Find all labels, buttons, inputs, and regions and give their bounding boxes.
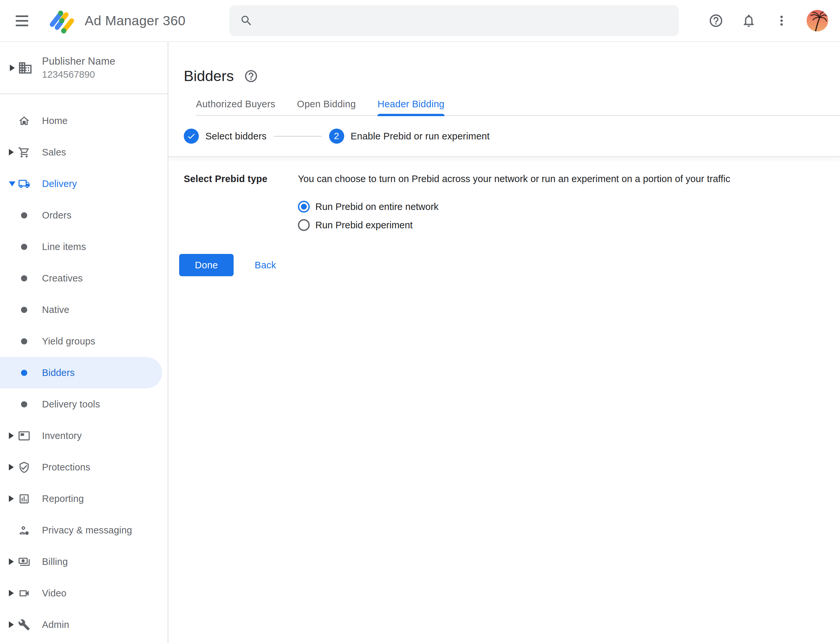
checkmark-icon	[187, 132, 196, 141]
tab-authorized-buyers[interactable]: Authorized Buyers	[196, 93, 275, 116]
sidebar-item-label: Bidders	[42, 367, 75, 378]
sidebar-item-video[interactable]: Video	[0, 578, 168, 609]
ad-manager-logo-icon	[49, 7, 76, 34]
sidebar-item-billing[interactable]: Billing	[0, 546, 168, 578]
sidebar-item-yield-groups[interactable]: Yield groups	[0, 325, 168, 357]
sidebar-item-label: Video	[42, 588, 67, 599]
bullet-icon	[21, 212, 27, 219]
product-name: Ad Manager 360	[85, 13, 185, 29]
chevron-right-icon	[9, 558, 14, 565]
page-title: Bidders	[184, 68, 234, 85]
radio-run-prebid-experiment[interactable]: Run Prebid experiment	[298, 216, 840, 234]
building-icon	[18, 60, 33, 75]
radio-label: Run Prebid experiment	[315, 220, 413, 231]
app-logo[interactable]: Ad Manager 360	[49, 7, 185, 34]
step-connector-line	[274, 136, 322, 137]
tab-open-bidding[interactable]: Open Bidding	[297, 93, 356, 116]
sidebar-item-creatives[interactable]: Creatives	[0, 263, 168, 294]
sidebar-item-label: Delivery	[42, 178, 77, 189]
tab-label: Header Bidding	[378, 99, 444, 109]
help-icon	[244, 69, 258, 83]
chevron-right-icon	[9, 621, 14, 628]
sidebar-item-label: Yield groups	[42, 336, 95, 347]
step-enable-prebid[interactable]: 2 Enable Prebid or run experiment	[329, 129, 490, 144]
sidebar-item-home[interactable]: Home	[0, 105, 168, 137]
chevron-right-icon	[9, 464, 14, 470]
radio-label: Run Prebid on entire network	[315, 201, 439, 212]
step-select-bidders[interactable]: Select bidders	[184, 129, 267, 144]
form-actions: Done Back	[179, 254, 840, 276]
account-avatar[interactable]	[807, 10, 828, 31]
sidebar-item-label: Admin	[42, 619, 69, 630]
bullet-icon	[21, 401, 27, 408]
sidebar-item-protections[interactable]: Protections	[0, 451, 168, 483]
sidebar-item-label: Inventory	[42, 431, 82, 441]
sidebar-item-label: Creatives	[42, 273, 83, 284]
notifications-bell-icon	[741, 13, 756, 28]
sidebar-item-delivery-tools[interactable]: Delivery tools	[0, 388, 168, 420]
publisher-name: Publisher Name	[42, 55, 115, 67]
sidebar-item-privacy-messaging[interactable]: Privacy & messaging	[0, 514, 168, 546]
inventory-icon	[18, 430, 30, 442]
main-content: Bidders Authorized Buyers Open Bidding H…	[168, 42, 840, 643]
sidebar-item-line-items[interactable]: Line items	[0, 231, 168, 263]
sidebar-item-label: Orders	[42, 210, 72, 221]
hamburger-menu-icon[interactable]	[16, 12, 33, 29]
notifications-button[interactable]	[741, 13, 757, 29]
publisher-network-id: 1234567890	[42, 69, 115, 80]
tab-label: Authorized Buyers	[196, 99, 275, 109]
sidebar-nav: Home Sales Delivery Orders	[0, 94, 168, 640]
chevron-down-icon	[9, 181, 15, 186]
search-input[interactable]	[263, 5, 669, 36]
bar-chart-icon	[18, 493, 30, 505]
tab-header-bidding[interactable]: Header Bidding	[378, 93, 444, 116]
home-icon	[18, 115, 30, 127]
bullet-icon	[21, 244, 27, 250]
shield-check-icon	[18, 461, 30, 473]
sidebar-item-label: Protections	[42, 462, 90, 473]
tab-label: Open Bidding	[297, 99, 356, 109]
more-options-button[interactable]	[774, 13, 789, 29]
radio-run-prebid-entire-network[interactable]: Run Prebid on entire network	[298, 197, 840, 216]
bullet-icon	[21, 307, 27, 313]
sidebar-item-label: Native	[42, 304, 69, 315]
ad-manager-app: Ad Manager 360	[0, 0, 840, 643]
sidebar-item-label: Delivery tools	[42, 399, 100, 410]
sidebar-item-admin[interactable]: Admin	[0, 609, 168, 640]
sidebar-item-orders[interactable]: Orders	[0, 199, 168, 231]
shopping-cart-icon	[18, 146, 30, 158]
money-icon	[18, 556, 30, 568]
stepper-divider	[168, 157, 840, 157]
sidebar-item-bidders[interactable]: Bidders	[0, 357, 168, 388]
publisher-switcher[interactable]: Publisher Name 1234567890	[0, 42, 168, 94]
person-badge-icon	[18, 524, 30, 536]
sidebar-item-label: Privacy & messaging	[42, 525, 132, 536]
bullet-icon	[21, 338, 27, 344]
sidebar: Publisher Name 1234567890 Home Sales	[0, 42, 168, 643]
sidebar-item-label: Billing	[42, 557, 68, 567]
sidebar-item-label: Reporting	[42, 493, 84, 504]
sidebar-item-native[interactable]: Native	[0, 294, 168, 325]
step-label: Select bidders	[206, 131, 267, 142]
chevron-right-icon	[9, 590, 14, 596]
help-button[interactable]	[708, 13, 724, 29]
sidebar-item-reporting[interactable]: Reporting	[0, 483, 168, 514]
chevron-right-icon	[9, 432, 14, 439]
help-icon	[708, 13, 724, 28]
videocam-icon	[18, 587, 30, 599]
page-help-button[interactable]	[244, 69, 258, 83]
truck-icon	[18, 178, 30, 190]
avatar-palm-tree-image	[807, 10, 828, 31]
sidebar-item-inventory[interactable]: Inventory	[0, 420, 168, 451]
step-content: Select Prebid type You can choose to tur…	[168, 157, 840, 643]
sidebar-item-sales[interactable]: Sales	[0, 137, 168, 168]
form-section-label: Select Prebid type	[184, 172, 298, 184]
more-vertical-icon	[774, 13, 789, 28]
sidebar-item-delivery[interactable]: Delivery	[0, 168, 168, 199]
tab-bar: Authorized Buyers Open Bidding Header Bi…	[196, 93, 840, 116]
done-button[interactable]: Done	[179, 254, 234, 276]
sidebar-item-label: Sales	[42, 147, 66, 158]
back-button[interactable]: Back	[255, 260, 276, 271]
bullet-icon	[21, 275, 27, 281]
stepper: Select bidders 2 Enable Prebid or run ex…	[168, 116, 840, 157]
